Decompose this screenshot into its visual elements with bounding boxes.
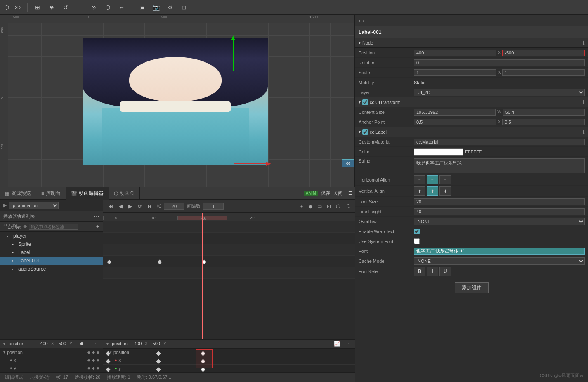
- rotation-input[interactable]: [414, 59, 585, 66]
- props-record-btn[interactable]: ⏺: [77, 340, 87, 347]
- x-kf-0[interactable]: [106, 359, 110, 363]
- clip-btn[interactable]: ▭: [316, 203, 324, 210]
- font-input[interactable]: [414, 248, 585, 255]
- uitransform-checkbox[interactable]: [362, 99, 368, 105]
- close-button[interactable]: 关闭: [333, 190, 342, 196]
- valign-center-btn[interactable]: ⬆: [427, 186, 438, 196]
- save-button[interactable]: 保存: [321, 190, 330, 196]
- node-player[interactable]: ▸ player: [0, 232, 103, 240]
- halign-center-btn[interactable]: ≡: [427, 175, 438, 184]
- content-h-input[interactable]: [503, 109, 585, 116]
- prev-frame-btn[interactable]: ◀: [117, 203, 124, 210]
- pos-kf-20[interactable]: [201, 351, 205, 356]
- tool-btn-7[interactable]: ↔: [116, 3, 128, 12]
- sysfont-checkbox[interactable]: [414, 238, 420, 244]
- tool-btn-8[interactable]: ▣: [136, 3, 148, 12]
- tool-btn-5[interactable]: ⊙: [88, 3, 99, 12]
- timeline-settings-btn[interactable]: ⤵: [346, 203, 352, 210]
- props-waveform-btn[interactable]: 📈: [332, 340, 342, 347]
- clip-selector[interactable]: p_animation: [9, 202, 59, 209]
- scale-y-input[interactable]: [502, 69, 585, 76]
- uitransform-info-icon[interactable]: ℹ: [583, 99, 585, 105]
- diamond-btn[interactable]: ◆: [307, 203, 314, 210]
- node-audio[interactable]: ▸ audioSource: [0, 265, 103, 273]
- node-info-icon[interactable]: ℹ: [583, 40, 585, 46]
- grid-btn[interactable]: ⊞: [298, 203, 305, 210]
- custmat-input[interactable]: [414, 139, 585, 145]
- underline-btn[interactable]: U: [439, 267, 451, 276]
- anchor-y-input[interactable]: [502, 119, 585, 125]
- add-component-button[interactable]: 添加组件: [455, 282, 489, 293]
- interval-input[interactable]: [203, 203, 224, 210]
- tool-btn-6[interactable]: ⬡: [102, 3, 113, 12]
- valign-bottom-btn[interactable]: ⬇: [439, 186, 451, 196]
- content-w-input[interactable]: [414, 109, 496, 116]
- tool-btn-3[interactable]: ↺: [60, 3, 71, 12]
- label-info-icon[interactable]: ℹ: [583, 129, 585, 135]
- node-label001[interactable]: ▸ Label-001: [0, 257, 103, 265]
- color-swatch[interactable]: [414, 148, 463, 156]
- x-kf-20[interactable]: [201, 359, 205, 363]
- halign-right-btn[interactable]: ≡: [439, 175, 451, 184]
- tool-btn-1[interactable]: ⊞: [32, 3, 43, 12]
- tool-btn-4[interactable]: ▭: [74, 3, 85, 12]
- overflow-dropdown[interactable]: NONE: [414, 218, 585, 225]
- add-track-btn[interactable]: ⋯: [94, 213, 99, 219]
- tab-control[interactable]: ≡ 控制台: [36, 187, 66, 200]
- play-begin-btn[interactable]: ⏮: [106, 203, 115, 210]
- nav-forward-btn[interactable]: ›: [362, 17, 364, 24]
- lineheight-input[interactable]: [414, 208, 585, 215]
- tab-anim-editor[interactable]: 🎬 动画编辑器: [66, 187, 109, 200]
- export-btn[interactable]: ⬡: [334, 203, 342, 210]
- add-node-btn[interactable]: +: [96, 223, 99, 230]
- tool-btn-11[interactable]: ⊡: [178, 3, 190, 12]
- nav-back-btn[interactable]: ‹: [359, 17, 361, 24]
- x-kf-icon2: ◆: [92, 358, 95, 362]
- x-kf-10[interactable]: [156, 359, 161, 363]
- fit-btn[interactable]: ⊡: [325, 203, 333, 210]
- props-nav-btn[interactable]: →: [90, 340, 99, 347]
- string-textarea[interactable]: 我是也字工厂快乐星球: [414, 158, 585, 173]
- layer-dropdown[interactable]: UI_2D: [414, 89, 585, 96]
- keyframe-0[interactable]: [107, 259, 111, 264]
- viewport[interactable]: -500 0 500 1500 500 0 -500: [0, 15, 355, 187]
- pos-kf-10[interactable]: [156, 351, 161, 356]
- scale-x-input[interactable]: [414, 69, 496, 76]
- bold-btn[interactable]: B: [414, 267, 425, 276]
- play-end-btn[interactable]: ⏭: [146, 203, 154, 210]
- play-loop-btn[interactable]: ⟳: [136, 203, 144, 210]
- y-kf-0[interactable]: [106, 367, 110, 372]
- tab-assets[interactable]: ▦ 资源预览: [0, 187, 36, 200]
- cachemode-dropdown[interactable]: NONE: [414, 257, 585, 265]
- valign-top-btn[interactable]: ⬆: [414, 186, 425, 196]
- uitransform-header[interactable]: ▾ cc.UITransform ℹ: [355, 97, 588, 107]
- fontsize-input[interactable]: [414, 198, 585, 205]
- halign-left-btn[interactable]: ≡: [414, 175, 425, 184]
- props-nav-right-btn[interactable]: →: [343, 340, 352, 347]
- tool-btn-10[interactable]: ⚙: [164, 3, 176, 12]
- keyframe-10[interactable]: [157, 259, 162, 264]
- frame-input[interactable]: [164, 203, 184, 210]
- position-y-input[interactable]: [502, 50, 585, 56]
- y-kf-20[interactable]: [201, 367, 205, 372]
- anchor-x-input[interactable]: [414, 119, 496, 125]
- keyframe-20[interactable]: [202, 259, 206, 264]
- label-section-header[interactable]: ▾ cc.Label ℹ: [355, 127, 588, 137]
- mode-2d-btn[interactable]: 2D: [12, 4, 23, 11]
- play-btn[interactable]: ▶: [127, 203, 134, 210]
- tab-menu-btn[interactable]: ☰: [346, 190, 355, 197]
- node-label[interactable]: ▸ Label: [0, 248, 103, 257]
- wraptext-checkbox[interactable]: [414, 229, 420, 234]
- track-label001[interactable]: [103, 256, 355, 267]
- tab-anim-graph[interactable]: ⬡ 动画图: [109, 187, 140, 200]
- node-section-header[interactable]: ▾ Node ℹ: [355, 38, 588, 48]
- italic-btn[interactable]: I: [427, 267, 438, 276]
- label-checkbox[interactable]: [362, 129, 368, 135]
- node-filter-input[interactable]: [29, 224, 78, 230]
- node-sprite[interactable]: ▸ Sprite: [0, 240, 103, 248]
- position-x-input[interactable]: [414, 50, 496, 56]
- y-kf-10[interactable]: [156, 367, 161, 372]
- tool-btn-2[interactable]: ⊕: [46, 3, 57, 12]
- track-list-section: 播放器轨道列表 ⋯: [0, 211, 103, 222]
- tool-btn-9[interactable]: 📷: [150, 3, 162, 12]
